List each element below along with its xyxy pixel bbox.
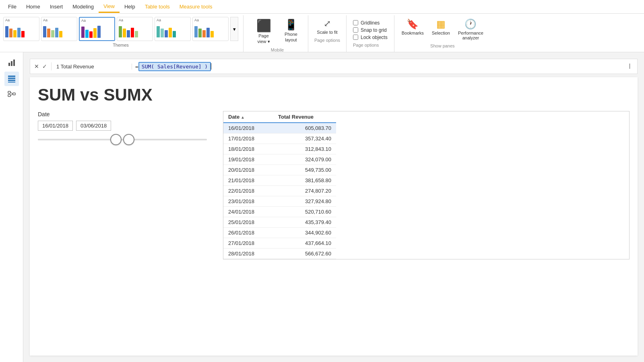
slider-handle-left[interactable] <box>110 134 122 145</box>
sidebar-model-icon[interactable] <box>4 88 19 102</box>
table-row: 23/01/2018327,924.80 <box>223 196 336 207</box>
menu-table-tools[interactable]: Table tools <box>140 1 175 12</box>
snap-to-grid-checkbox-item[interactable]: Snap to grid <box>353 27 388 33</box>
report-title: SUM vs SUMX <box>38 85 630 105</box>
scale-to-fit-label: Scale to fit <box>317 30 337 35</box>
lock-objects-checkbox-item[interactable]: Lock objects <box>353 35 388 40</box>
slicer-slider[interactable] <box>38 136 207 144</box>
formula-expression[interactable]: SUM( Sales[Revenue] ) <box>138 62 211 71</box>
svg-rect-6 <box>8 82 15 82</box>
theme-6[interactable]: Aa <box>192 17 229 41</box>
gridlines-checkbox[interactable] <box>353 20 358 25</box>
selection-icon: ▦ <box>436 19 446 30</box>
formula-cancel-icon[interactable]: ✕ <box>33 62 40 70</box>
selection-button[interactable]: ▦ Selection <box>429 17 452 42</box>
revenue-table: Date Total Revenue 16/01/2018605,083.701… <box>223 111 336 259</box>
report-canvas: SUM vs SUMX Date 16/01/2018 03/06/2018 <box>30 77 638 356</box>
theme-5[interactable]: Aa <box>155 17 191 41</box>
performance-analyzer-icon: 🕐 <box>464 19 477 30</box>
theme-4[interactable]: Aa <box>117 17 153 41</box>
revenue-cell: 312,843.10 <box>273 144 336 154</box>
date-column-header[interactable]: Date <box>223 111 273 123</box>
snap-to-grid-checkbox[interactable] <box>353 27 358 33</box>
menu-modeling[interactable]: Modeling <box>68 1 99 12</box>
revenue-cell: 549,735.00 <box>273 165 336 175</box>
themes-row: Aa Aa Aa <box>3 17 238 41</box>
data-table: Date Total Revenue 16/01/2018605,083.701… <box>223 111 630 259</box>
table-row: 20/01/2018549,735.00 <box>223 165 336 175</box>
date-cell: 21/01/2018 <box>223 175 273 186</box>
ribbon: Aa Aa Aa <box>0 14 644 52</box>
revenue-cell: 327,924.80 <box>273 196 336 207</box>
lock-objects-checkbox[interactable] <box>353 35 358 40</box>
theme-2[interactable]: Aa <box>41 17 77 41</box>
date-slicer: Date 16/01/2018 03/06/2018 <box>38 111 207 259</box>
formula-equals: = <box>135 64 138 70</box>
selection-label: Selection <box>432 31 450 35</box>
scale-to-fit-button[interactable]: ⤢ Scale to fit <box>313 17 341 36</box>
theme-1[interactable]: Aa <box>3 17 39 41</box>
visuals-row: Date 16/01/2018 03/06/2018 <box>38 111 630 259</box>
main-area: ✕ ✓ 1 Total Revenue = SUM( Sales[Revenue… <box>0 52 644 362</box>
bookmarks-button[interactable]: 🔖 Bookmarks <box>399 17 426 42</box>
revenue-cell: 437,664.10 <box>273 238 336 249</box>
slider-handles <box>110 134 134 145</box>
gridlines-label: Gridlines <box>361 20 380 26</box>
svg-line-11 <box>10 94 13 96</box>
svg-line-10 <box>10 93 13 94</box>
performance-analyzer-button[interactable]: 🕐 Performanceanalyzer <box>456 17 486 42</box>
themes-dropdown-arrow[interactable]: ▾ <box>230 17 238 41</box>
revenue-cell: 566,672.60 <box>273 249 336 259</box>
gridlines-checkbox-item[interactable]: Gridlines <box>353 20 388 26</box>
page-view-group: ⬛ Page view ▾ 📱 Phone layout Mobile <box>247 15 308 52</box>
menu-measure-tools[interactable]: Measure tools <box>175 1 217 12</box>
phone-layout-button[interactable]: 📱 Phone layout <box>279 17 303 46</box>
slicer-date-from[interactable]: 16/01/2018 <box>38 121 73 131</box>
menu-bar: File Home Insert Modeling View Help Tabl… <box>0 0 644 14</box>
menu-home[interactable]: Home <box>21 1 45 12</box>
phone-layout-label-line1: Phone <box>285 32 297 37</box>
menu-view[interactable]: View <box>99 1 120 13</box>
themes-label: Themes <box>113 43 129 47</box>
svg-rect-2 <box>13 60 15 66</box>
svg-rect-5 <box>8 80 15 81</box>
table-row: 22/01/2018274,807.20 <box>223 186 336 196</box>
phone-layout-icon: 📱 <box>285 19 297 31</box>
table-row: 21/01/2018381,658.80 <box>223 175 336 186</box>
formula-text-cursor[interactable]: I <box>622 62 637 71</box>
sidebar-table-icon[interactable] <box>4 72 19 86</box>
formula-bar: ✕ ✓ 1 Total Revenue = SUM( Sales[Revenue… <box>30 59 638 74</box>
menu-help[interactable]: Help <box>120 1 140 12</box>
formula-confirm-icon[interactable]: ✓ <box>41 62 48 70</box>
table-row: 28/01/2018566,672.60 <box>223 249 336 259</box>
formula-input-area[interactable]: = SUM( Sales[Revenue] ) <box>132 62 622 71</box>
svg-rect-4 <box>8 78 15 79</box>
revenue-cell: 357,324.40 <box>273 134 336 144</box>
mobile-label: Mobile <box>271 47 284 52</box>
date-cell: 18/01/2018 <box>223 144 273 154</box>
revenue-cell: 605,083.70 <box>273 123 336 134</box>
svg-rect-1 <box>11 61 12 66</box>
show-panes-label: Show panes <box>430 43 455 48</box>
slicer-date-to[interactable]: 03/06/2018 <box>76 121 111 131</box>
theme-3-selected[interactable]: Aa <box>79 17 115 41</box>
page-view-button[interactable]: ⬛ Page view ▾ <box>252 17 276 46</box>
date-cell: 28/01/2018 <box>223 249 273 259</box>
sidebar-chart-icon[interactable] <box>4 56 19 70</box>
page-options-section-label: Page options <box>353 43 388 47</box>
date-cell: 27/01/2018 <box>223 238 273 249</box>
table-row: 27/01/2018437,664.10 <box>223 238 336 249</box>
table-header-row: Date Total Revenue <box>223 111 336 123</box>
revenue-cell: 381,658.80 <box>273 175 336 186</box>
revenue-cell: 435,379.40 <box>273 217 336 228</box>
menu-file[interactable]: File <box>3 1 21 12</box>
svg-rect-9 <box>13 93 15 95</box>
revenue-column-header[interactable]: Total Revenue <box>273 111 336 123</box>
date-cell: 26/01/2018 <box>223 228 273 238</box>
date-cell: 22/01/2018 <box>223 186 273 196</box>
date-cell: 17/01/2018 <box>223 134 273 144</box>
menu-insert[interactable]: Insert <box>45 1 68 12</box>
svg-rect-7 <box>8 91 10 93</box>
slider-handle-right[interactable] <box>123 134 134 145</box>
themes-section: Aa Aa Aa <box>3 15 244 52</box>
